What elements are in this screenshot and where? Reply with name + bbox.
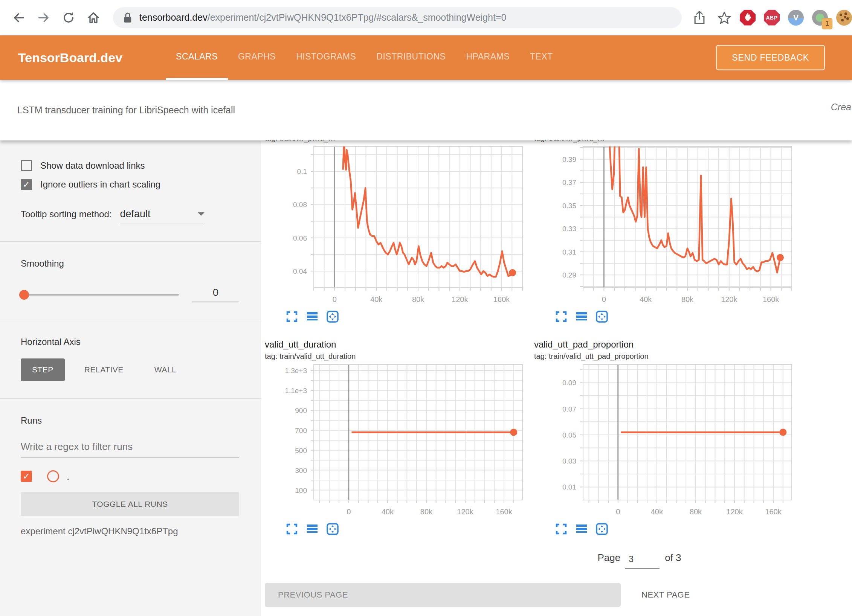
charts-main: tag: train/…_p…d_… 0.040.060.080.1040k80… — [261, 140, 852, 616]
chart-plot-3[interactable]: 0.010.030.050.070.09040k80k120k160k — [534, 364, 794, 519]
adblock-hand-extension-icon[interactable] — [740, 10, 756, 26]
tooltip-sorting-row: Tooltip sorting method: default — [21, 208, 239, 224]
svg-text:0: 0 — [616, 508, 620, 516]
svg-text:120k: 120k — [452, 295, 468, 303]
run-list-item[interactable]: ✓ . — [21, 470, 239, 482]
chart-tag: tag: train/…_p…d_… — [265, 140, 525, 143]
divider — [0, 241, 261, 242]
forward-icon[interactable] — [36, 10, 51, 25]
fit-domain-icon[interactable] — [595, 523, 608, 535]
browser-chrome: tensorboard.dev/experiment/cj2vtPiwQHKN9… — [0, 0, 852, 35]
tooltip-sorting-select[interactable]: default — [120, 208, 205, 224]
divider — [0, 398, 261, 399]
run-checkbox[interactable]: ✓ — [21, 471, 32, 482]
tab-graphs[interactable]: GRAPHS — [228, 35, 286, 80]
data-table-icon[interactable] — [306, 310, 319, 323]
url-bar[interactable]: tensorboard.dev/experiment/cj2vtPiwQHKN9… — [113, 7, 682, 28]
reload-icon[interactable] — [61, 10, 76, 25]
svg-text:120k: 120k — [721, 295, 737, 303]
back-icon[interactable] — [11, 10, 26, 25]
runs-filter-placeholder: Write a regex to filter runs — [21, 441, 133, 452]
svg-text:0.31: 0.31 — [562, 248, 576, 256]
experiment-title: LSTM transducer training for LibriSpeech… — [17, 105, 235, 116]
tooltip-sorting-label: Tooltip sorting method: — [21, 209, 111, 220]
fullscreen-icon[interactable] — [555, 310, 568, 323]
svg-text:0: 0 — [347, 508, 351, 516]
chart-actions — [534, 523, 794, 535]
page-number-input[interactable]: 3 — [625, 554, 660, 569]
ignore-outliers-checkbox[interactable]: ✓ — [21, 179, 32, 190]
svg-text:0.08: 0.08 — [293, 201, 307, 209]
fit-domain-icon[interactable] — [595, 310, 608, 323]
next-page-button[interactable]: NEXT PAGE — [641, 590, 690, 600]
bookmark-star-icon[interactable] — [717, 11, 731, 25]
axis-relative-button[interactable]: RELATIVE — [73, 358, 135, 381]
toggle-all-runs-button[interactable]: TOGGLE ALL RUNS — [21, 492, 239, 516]
abp-label: ABP — [766, 15, 777, 21]
svg-text:500: 500 — [295, 447, 307, 454]
brand-title: TensorBoard.dev — [18, 50, 122, 65]
share-icon[interactable] — [692, 11, 707, 25]
tab-hparams[interactable]: HPARAMS — [456, 35, 520, 80]
chart-tag: tag: train/valid_utt_duration — [265, 351, 525, 361]
ignore-outliers-label: Ignore outliers in chart scaling — [40, 179, 160, 190]
tab-histograms[interactable]: HISTOGRAMS — [286, 35, 366, 80]
show-download-links-checkbox[interactable] — [21, 160, 32, 171]
experiment-id-label: experiment cj2vtPiwQHKN9Q1tx6PTpg — [21, 526, 239, 537]
smoothing-slider[interactable] — [21, 294, 179, 296]
run-name: . — [67, 471, 69, 482]
v-label: V — [793, 13, 799, 23]
fit-domain-icon[interactable] — [326, 523, 339, 535]
runs-filter-input[interactable]: Write a regex to filter runs — [21, 441, 239, 457]
fullscreen-icon[interactable] — [555, 523, 568, 535]
send-feedback-button[interactable]: SEND FEEDBACK — [716, 45, 825, 70]
v-extension-icon[interactable]: V — [788, 10, 804, 26]
axis-wall-button[interactable]: WALL — [143, 358, 188, 381]
ignore-outliers-row[interactable]: ✓ Ignore outliers in chart scaling — [21, 179, 239, 190]
smoothing-value-input[interactable]: 0 — [192, 287, 239, 302]
tab-scalars[interactable]: SCALARS — [166, 35, 228, 80]
privacy-extension-icon[interactable]: 1 — [812, 10, 828, 26]
svg-text:0.29: 0.29 — [562, 271, 576, 279]
svg-text:160k: 160k — [493, 295, 510, 303]
show-download-links-row[interactable]: Show data download links — [21, 160, 239, 171]
svg-text:0.35: 0.35 — [562, 202, 576, 210]
url-text: tensorboard.dev/experiment/cj2vtPiwQHKN9… — [139, 12, 506, 23]
tab-distributions[interactable]: DISTRIBUTIONS — [366, 35, 456, 80]
axis-step-button[interactable]: STEP — [21, 358, 65, 381]
svg-text:160k: 160k — [765, 508, 782, 516]
show-download-links-label: Show data download links — [40, 160, 145, 171]
svg-text:0.01: 0.01 — [562, 483, 576, 491]
svg-text:0.33: 0.33 — [562, 225, 576, 233]
chart-actions — [534, 310, 794, 323]
svg-text:0.09: 0.09 — [562, 379, 576, 387]
runs-label: Runs — [21, 415, 239, 426]
chart-tag: tag: train/valid_utt_pad_proportion — [534, 351, 794, 361]
nav-tabs: SCALARS GRAPHS HISTOGRAMS DISTRIBUTIONS … — [166, 35, 563, 80]
svg-text:0.1: 0.1 — [297, 168, 307, 175]
horizontal-axis-buttons: STEP RELATIVE WALL — [21, 358, 239, 381]
fit-domain-icon[interactable] — [326, 310, 339, 323]
smoothing-slider-row: 0 — [21, 287, 239, 302]
data-table-icon[interactable] — [575, 523, 588, 535]
home-icon[interactable] — [86, 10, 101, 25]
fullscreen-icon[interactable] — [286, 523, 298, 535]
data-table-icon[interactable] — [575, 310, 588, 323]
smoothing-slider-thumb[interactable] — [19, 290, 29, 300]
fullscreen-icon[interactable] — [286, 310, 298, 323]
chart-plot-2[interactable]: 1003005007009001.1e+31.3e+3040k80k120k16… — [265, 364, 525, 519]
chart-plot-1[interactable]: 0.290.310.330.350.370.39040k80k120k160k — [534, 146, 794, 306]
chart-card-top-left: tag: train/…_p…d_… 0.040.060.080.1040k80… — [265, 140, 525, 323]
data-table-icon[interactable] — [306, 523, 319, 535]
svg-text:0.39: 0.39 — [562, 156, 576, 163]
abp-extension-icon[interactable]: ABP — [764, 10, 780, 26]
svg-text:40k: 40k — [382, 508, 394, 516]
cookie-extension-icon[interactable] — [836, 10, 852, 26]
content: Show data download links ✓ Ignore outlie… — [0, 140, 852, 616]
pagination: Page 3 of 3 — [346, 552, 852, 568]
chart-card-top-right: tag: train/…_p…d_… 0.290.310.330.350.370… — [534, 140, 794, 323]
previous-page-button[interactable]: PREVIOUS PAGE — [265, 583, 621, 607]
chart-plot-0[interactable]: 0.040.060.080.1040k80k120k160k — [265, 146, 525, 306]
svg-text:700: 700 — [295, 427, 307, 435]
tab-text[interactable]: TEXT — [520, 35, 563, 80]
